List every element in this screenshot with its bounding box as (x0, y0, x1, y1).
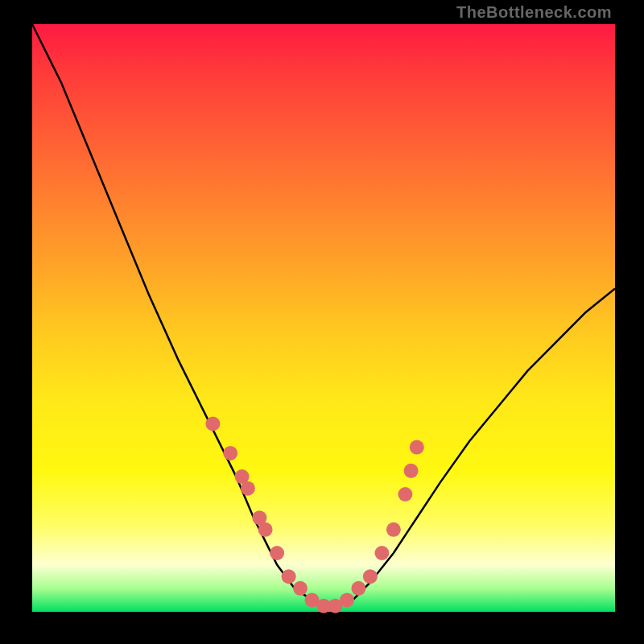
highlighted-point (270, 546, 284, 560)
highlighted-point (374, 546, 389, 560)
highlighted-point (340, 592, 354, 607)
chart-container: TheBottleneck.com (0, 0, 644, 644)
highlighted-point (363, 569, 378, 584)
highlighted-point (398, 487, 412, 502)
chart-svg (32, 24, 615, 612)
highlighted-point (241, 481, 255, 496)
highlighted-points-group (205, 416, 423, 613)
highlighted-point (386, 522, 401, 537)
highlighted-point (258, 522, 273, 537)
watermark-text: TheBottleneck.com (456, 3, 612, 22)
highlighted-point (282, 569, 296, 584)
plot-area (32, 24, 615, 612)
highlighted-point (223, 446, 237, 460)
highlighted-point (205, 416, 220, 431)
bottleneck-curve (32, 24, 615, 606)
highlighted-point (351, 581, 365, 596)
highlighted-point (293, 581, 308, 596)
highlighted-point (410, 440, 424, 455)
highlighted-point (404, 464, 419, 478)
